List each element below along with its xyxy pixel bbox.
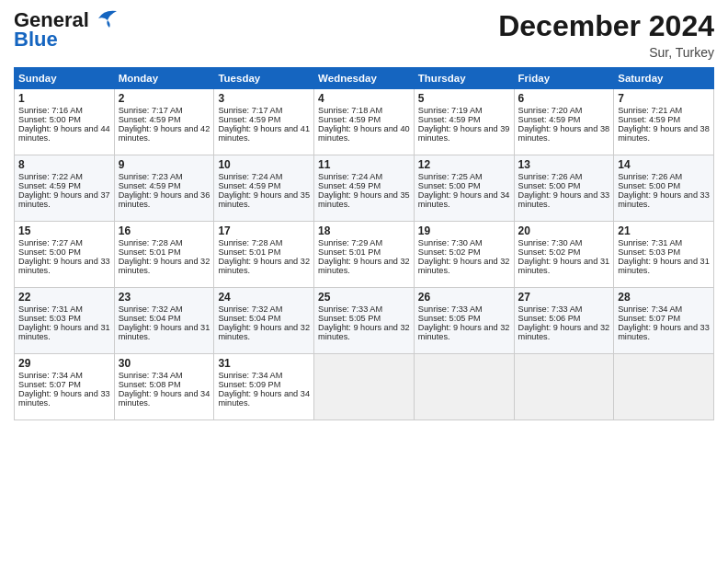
day-number: 14 [618,158,710,171]
day-number: 22 [18,291,110,304]
sunset-text: Sunset: 5:05 PM [318,314,381,323]
sunrise-text: Sunrise: 7:21 AM [618,106,682,115]
sunrise-text: Sunrise: 7:16 AM [18,106,83,115]
sunset-text: Sunset: 5:00 PM [18,115,81,124]
daylight-text: Daylight: 9 hours and 32 minutes. [119,257,210,275]
daylight-text: Daylight: 9 hours and 41 minutes. [218,124,310,143]
calendar-week-4: 22Sunrise: 7:31 AMSunset: 5:03 PMDayligh… [15,288,714,354]
title-block: December 2024 Sur, Turkey [498,9,714,60]
daylight-text: Daylight: 9 hours and 35 minutes. [318,190,410,209]
logo-bird-icon [91,7,119,29]
sunset-text: Sunset: 5:01 PM [119,247,181,257]
sunrise-text: Sunrise: 7:20 AM [518,106,583,115]
calendar-cell: 12Sunrise: 7:25 AMSunset: 5:00 PMDayligh… [414,155,514,222]
day-number: 15 [18,224,110,237]
sunset-text: Sunset: 5:01 PM [318,247,381,257]
calendar-page: General Blue December 2024 Sur, Turkey S… [0,0,728,563]
calendar-cell [314,354,415,420]
day-number: 31 [218,357,310,370]
sunset-text: Sunset: 4:59 PM [618,115,680,124]
daylight-text: Daylight: 9 hours and 31 minutes. [518,257,610,275]
daylight-text: Daylight: 9 hours and 32 minutes. [518,323,610,341]
col-friday: Friday [514,68,614,89]
sunrise-text: Sunrise: 7:32 AM [119,304,183,314]
sunrise-text: Sunrise: 7:32 AM [218,304,282,314]
day-number: 13 [518,158,610,171]
daylight-text: Daylight: 9 hours and 33 minutes. [18,257,110,275]
daylight-text: Daylight: 9 hours and 38 minutes. [618,124,710,143]
sunset-text: Sunset: 5:00 PM [18,247,81,257]
calendar-cell: 25Sunrise: 7:33 AMSunset: 5:05 PMDayligh… [314,288,415,354]
sunrise-text: Sunrise: 7:34 AM [218,371,282,380]
calendar-cell: 17Sunrise: 7:28 AMSunset: 5:01 PMDayligh… [214,222,314,288]
sunrise-text: Sunrise: 7:30 AM [518,238,583,247]
sunset-text: Sunset: 5:01 PM [218,247,280,257]
sunrise-text: Sunrise: 7:28 AM [119,238,183,247]
sunrise-text: Sunrise: 7:17 AM [119,106,183,115]
sunset-text: Sunset: 4:59 PM [218,115,280,124]
day-number: 10 [218,158,310,171]
day-number: 8 [18,158,110,171]
calendar-cell: 10Sunrise: 7:24 AMSunset: 4:59 PMDayligh… [214,155,314,222]
sunrise-text: Sunrise: 7:19 AM [418,106,483,115]
sunset-text: Sunset: 5:06 PM [518,314,581,323]
calendar-cell: 21Sunrise: 7:31 AMSunset: 5:03 PMDayligh… [614,222,714,288]
day-number: 6 [518,92,610,105]
calendar-cell: 26Sunrise: 7:33 AMSunset: 5:05 PMDayligh… [414,288,514,354]
sunset-text: Sunset: 4:59 PM [18,181,81,190]
col-wednesday: Wednesday [314,68,415,89]
sunrise-text: Sunrise: 7:24 AM [318,172,382,181]
sunset-text: Sunset: 5:05 PM [418,314,481,323]
sunrise-text: Sunrise: 7:31 AM [18,304,83,314]
daylight-text: Daylight: 9 hours and 34 minutes. [418,190,510,209]
sunset-text: Sunset: 5:09 PM [218,380,280,389]
sunset-text: Sunset: 5:07 PM [618,314,680,323]
calendar-cell: 31Sunrise: 7:34 AMSunset: 5:09 PMDayligh… [214,354,314,420]
calendar-cell: 4Sunrise: 7:18 AMSunset: 4:59 PMDaylight… [314,89,415,155]
calendar-week-1: 1Sunrise: 7:16 AMSunset: 5:00 PMDaylight… [15,89,714,155]
sunset-text: Sunset: 4:59 PM [119,181,181,190]
calendar-cell: 24Sunrise: 7:32 AMSunset: 5:04 PMDayligh… [214,288,314,354]
col-tuesday: Tuesday [214,68,314,89]
header: General Blue December 2024 Sur, Turkey [14,9,714,60]
calendar-cell: 30Sunrise: 7:34 AMSunset: 5:08 PMDayligh… [114,354,214,420]
sunset-text: Sunset: 5:02 PM [418,247,481,257]
daylight-text: Daylight: 9 hours and 32 minutes. [218,257,310,275]
day-number: 1 [18,92,110,105]
calendar-cell: 6Sunrise: 7:20 AMSunset: 4:59 PMDaylight… [514,89,614,155]
daylight-text: Daylight: 9 hours and 31 minutes. [119,323,210,341]
logo: General Blue [14,9,119,52]
sunset-text: Sunset: 5:03 PM [18,314,81,323]
daylight-text: Daylight: 9 hours and 31 minutes. [618,257,710,275]
daylight-text: Daylight: 9 hours and 32 minutes. [418,323,510,341]
sunrise-text: Sunrise: 7:23 AM [119,172,183,181]
day-number: 28 [618,291,710,304]
sunrise-text: Sunrise: 7:22 AM [18,172,83,181]
daylight-text: Daylight: 9 hours and 39 minutes. [418,124,510,143]
day-number: 26 [418,291,510,304]
daylight-text: Daylight: 9 hours and 36 minutes. [119,190,210,209]
sunset-text: Sunset: 5:00 PM [618,181,680,190]
calendar-cell [414,354,514,420]
daylight-text: Daylight: 9 hours and 33 minutes. [518,190,610,209]
sunset-text: Sunset: 4:59 PM [318,115,381,124]
sunrise-text: Sunrise: 7:33 AM [418,304,483,314]
calendar-cell [614,354,714,420]
calendar-cell: 7Sunrise: 7:21 AMSunset: 4:59 PMDaylight… [614,89,714,155]
daylight-text: Daylight: 9 hours and 33 minutes. [618,190,710,209]
calendar-week-5: 29Sunrise: 7:34 AMSunset: 5:07 PMDayligh… [15,354,714,420]
sunrise-text: Sunrise: 7:18 AM [318,106,382,115]
daylight-text: Daylight: 9 hours and 32 minutes. [418,257,510,275]
sunset-text: Sunset: 5:00 PM [518,181,581,190]
sunrise-text: Sunrise: 7:34 AM [119,371,183,380]
day-number: 2 [119,92,210,105]
daylight-text: Daylight: 9 hours and 40 minutes. [318,124,410,143]
sunset-text: Sunset: 4:59 PM [119,115,181,124]
daylight-text: Daylight: 9 hours and 32 minutes. [218,323,310,341]
calendar-cell: 22Sunrise: 7:31 AMSunset: 5:03 PMDayligh… [15,288,115,354]
sunrise-text: Sunrise: 7:24 AM [218,172,282,181]
calendar-cell: 9Sunrise: 7:23 AMSunset: 4:59 PMDaylight… [114,155,214,222]
calendar-cell: 27Sunrise: 7:33 AMSunset: 5:06 PMDayligh… [514,288,614,354]
day-number: 27 [518,291,610,304]
sunrise-text: Sunrise: 7:34 AM [18,371,83,380]
